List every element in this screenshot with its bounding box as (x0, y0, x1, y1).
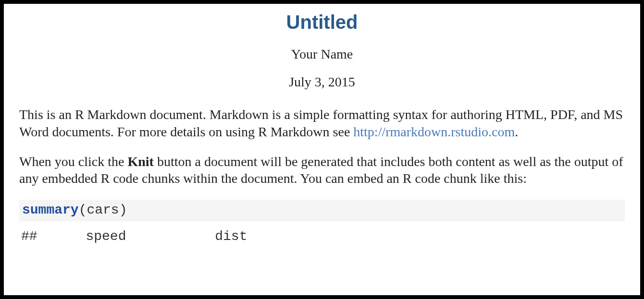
code-output: ## speed dist (19, 229, 625, 244)
intro-paragraph: This is an R Markdown document. Markdown… (19, 106, 625, 141)
code-function-name: summary (22, 203, 79, 217)
author-line: Your Name (19, 47, 625, 62)
knit-text-before-bold: When you click the (19, 154, 127, 169)
knit-paragraph: When you click the Knit button a documen… (19, 153, 625, 188)
page-title: Untitled (19, 12, 625, 33)
knit-bold-word: Knit (127, 154, 153, 169)
code-arguments: (cars) (79, 203, 127, 217)
rmarkdown-link[interactable]: http://rmarkdown.rstudio.com (353, 124, 515, 139)
date-line: July 3, 2015 (19, 74, 625, 90)
intro-text-before-link: This is an R Markdown document. Markdown… (19, 107, 623, 139)
document-frame: Untitled Your Name July 3, 2015 This is … (3, 3, 641, 296)
intro-text-after-link: . (515, 124, 518, 139)
code-block: summary(cars) (19, 200, 625, 221)
